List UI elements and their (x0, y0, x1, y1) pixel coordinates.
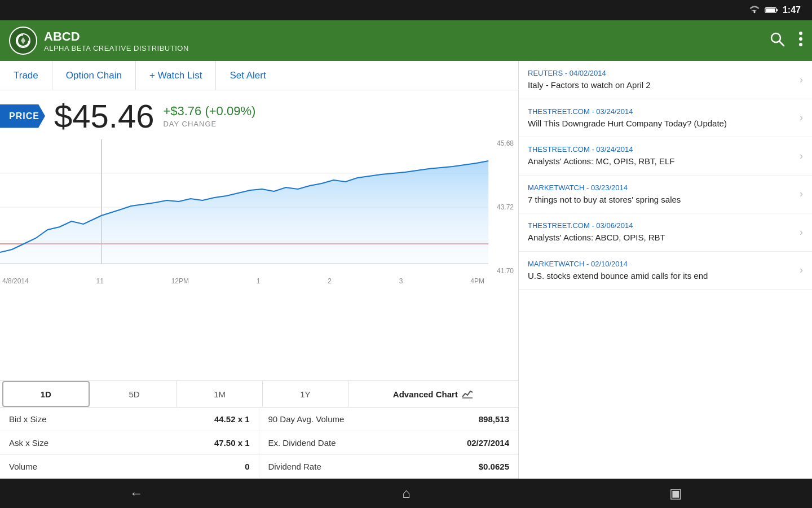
chevron-right-icon-4: › (800, 226, 803, 238)
stat-value-volume: 898,513 (479, 414, 509, 424)
news-content-0: REUTERS - 04/02/2014 Italy - Factors to … (528, 69, 795, 91)
chevron-right-icon-5: › (800, 264, 803, 276)
news-title-2: Analysts' Actions: MC, OPIS, RBT, ELF (528, 156, 795, 167)
company-info: ABCD ALPHA BETA CREATIVE DISTRIBUTION (44, 29, 189, 52)
stat-value-vol: 0 (245, 462, 249, 471)
chevron-right-icon-3: › (800, 188, 803, 200)
wifi-icon (749, 6, 760, 15)
main-layout: Trade Option Chain + Watch List Set Aler… (0, 61, 812, 479)
chevron-right-icon-0: › (800, 74, 803, 86)
news-content-3: MARKETWATCH - 03/23/2014 7 things not to… (528, 183, 795, 205)
stat-label-volume: 90 Day Avg. Volume (268, 414, 345, 424)
x-label-2: 12PM (171, 277, 189, 285)
tab-trade[interactable]: Trade (0, 61, 52, 90)
logo-area: ABCD ALPHA BETA CREATIVE DISTRIBUTION (9, 27, 769, 55)
chart-container: 45.68 43.72 41.70 (0, 139, 518, 275)
battery-icon (765, 6, 778, 14)
nav-tabs: Trade Option Chain + Watch List Set Aler… (0, 61, 518, 90)
price-change: +$3.76 (+0.09%) DAY CHANGE (163, 104, 255, 128)
stat-row-dividend-rate: Dividend Rate $0.0625 (259, 455, 519, 479)
price-badge: PRICE (0, 104, 45, 128)
news-item-4[interactable]: THESTREET.COM - 03/06/2014 Analysts' Act… (519, 213, 812, 252)
x-label-6: 4PM (470, 277, 484, 285)
bottom-nav: ← ⌂ ▣ (0, 479, 812, 508)
svg-line-5 (779, 41, 784, 46)
app-logo (9, 27, 37, 55)
status-bar: 1:47 (0, 0, 812, 20)
recent-apps-button[interactable]: ▣ (651, 481, 700, 506)
news-source-1: THESTREET.COM - 03/24/2014 (528, 107, 795, 116)
price-change-value: +$3.76 (+0.09%) (163, 104, 255, 119)
svg-point-7 (799, 37, 802, 41)
top-bar: ABCD ALPHA BETA CREATIVE DISTRIBUTION (0, 20, 812, 61)
news-source-5: MARKETWATCH - 02/10/2014 (528, 260, 795, 268)
news-content-1: THESTREET.COM - 03/24/2014 Will This Dow… (528, 107, 795, 129)
time-btn-1m[interactable]: 1M (177, 381, 263, 407)
time-btn-5d[interactable]: 5D (92, 381, 178, 407)
news-panel: REUTERS - 04/02/2014 Italy - Factors to … (519, 61, 812, 479)
x-label-5: 3 (399, 277, 403, 285)
stat-row-bid: Bid x Size 44.52 x 1 (0, 408, 259, 431)
news-content-5: MARKETWATCH - 02/10/2014 U.S. stocks ext… (528, 260, 795, 282)
stock-chart (0, 139, 518, 275)
news-title-1: Will This Downgrade Hurt Company Today? … (528, 118, 795, 129)
news-title-5: U.S. stocks extend bounce amid calls for… (528, 270, 795, 282)
stat-value-dividend-date: 02/27/2014 (467, 438, 509, 448)
chevron-right-icon-2: › (800, 150, 803, 162)
news-source-2: THESTREET.COM - 03/24/2014 (528, 145, 795, 154)
news-title-0: Italy - Factors to watch on April 2 (528, 80, 795, 91)
back-button[interactable]: ← (112, 481, 161, 506)
news-source-4: THESTREET.COM - 03/06/2014 (528, 221, 795, 230)
time-period-bar: 1D 5D 1M 1Y Advanced Chart (0, 380, 518, 408)
svg-point-6 (799, 32, 802, 35)
price-change-label: DAY CHANGE (163, 120, 255, 128)
search-icon[interactable] (769, 31, 785, 51)
stat-row-ask: Ask x Size 47.50 x 1 (0, 431, 259, 455)
stat-label-dividend-date: Ex. Dividend Date (268, 438, 336, 448)
x-label-0: 4/8/2014 (2, 277, 29, 285)
news-content-4: THESTREET.COM - 03/06/2014 Analysts' Act… (528, 221, 795, 243)
news-title-3: 7 things not to buy at stores' spring sa… (528, 194, 795, 205)
stats-table: Bid x Size 44.52 x 1 90 Day Avg. Volume … (0, 408, 518, 479)
company-ticker: ABCD (44, 29, 189, 44)
news-content-2: THESTREET.COM - 03/24/2014 Analysts' Act… (528, 145, 795, 167)
stat-value-bid: 44.52 x 1 (214, 414, 250, 424)
stat-row-dividend-date: Ex. Dividend Date 02/27/2014 (259, 431, 519, 455)
time-btn-1d[interactable]: 1D (2, 381, 90, 407)
company-name: ALPHA BETA CREATIVE DISTRIBUTION (44, 44, 189, 52)
stat-label-bid: Bid x Size (9, 414, 47, 424)
chart-icon (461, 389, 474, 399)
price-value: $45.46 (54, 97, 154, 135)
time-btn-1y[interactable]: 1Y (263, 381, 348, 407)
stat-label-ask: Ask x Size (9, 438, 48, 448)
status-time: 1:47 (783, 5, 801, 15)
svg-rect-1 (766, 8, 775, 12)
chart-x-labels: 4/8/2014 11 12PM 1 2 3 4PM (0, 275, 518, 287)
stat-row-volume: 90 Day Avg. Volume 898,513 (259, 408, 519, 431)
news-item-0[interactable]: REUTERS - 04/02/2014 Italy - Factors to … (519, 61, 812, 99)
news-title-4: Analysts' Actions: ABCD, OPIS, RBT (528, 232, 795, 243)
tab-set-alert[interactable]: Set Alert (216, 61, 279, 90)
x-label-3: 1 (257, 277, 261, 285)
stat-row-vol: Volume 0 (0, 455, 259, 479)
news-source-3: MARKETWATCH - 03/23/2014 (528, 183, 795, 192)
advanced-chart-button[interactable]: Advanced Chart (348, 381, 518, 407)
more-options-icon[interactable] (798, 31, 803, 51)
svg-rect-2 (776, 9, 778, 11)
left-panel: Trade Option Chain + Watch List Set Aler… (0, 61, 519, 479)
stat-value-dividend-rate: $0.0625 (479, 462, 509, 471)
home-button[interactable]: ⌂ (384, 481, 429, 506)
news-item-5[interactable]: MARKETWATCH - 02/10/2014 U.S. stocks ext… (519, 252, 812, 290)
tab-option-chain[interactable]: Option Chain (52, 61, 136, 90)
chart-area: 45.68 43.72 41.70 4/8/2014 11 12PM 1 2 3… (0, 139, 518, 380)
news-item-2[interactable]: THESTREET.COM - 03/24/2014 Analysts' Act… (519, 137, 812, 176)
svg-point-8 (799, 43, 802, 46)
news-item-3[interactable]: MARKETWATCH - 03/23/2014 7 things not to… (519, 176, 812, 214)
x-label-4: 2 (328, 277, 332, 285)
top-bar-actions (769, 31, 803, 51)
stat-label-dividend-rate: Dividend Rate (268, 462, 321, 471)
news-item-1[interactable]: THESTREET.COM - 03/24/2014 Will This Dow… (519, 99, 812, 138)
tab-watch-list[interactable]: + Watch List (136, 61, 216, 90)
news-source-0: REUTERS - 04/02/2014 (528, 69, 795, 77)
stat-label-vol: Volume (9, 462, 37, 471)
